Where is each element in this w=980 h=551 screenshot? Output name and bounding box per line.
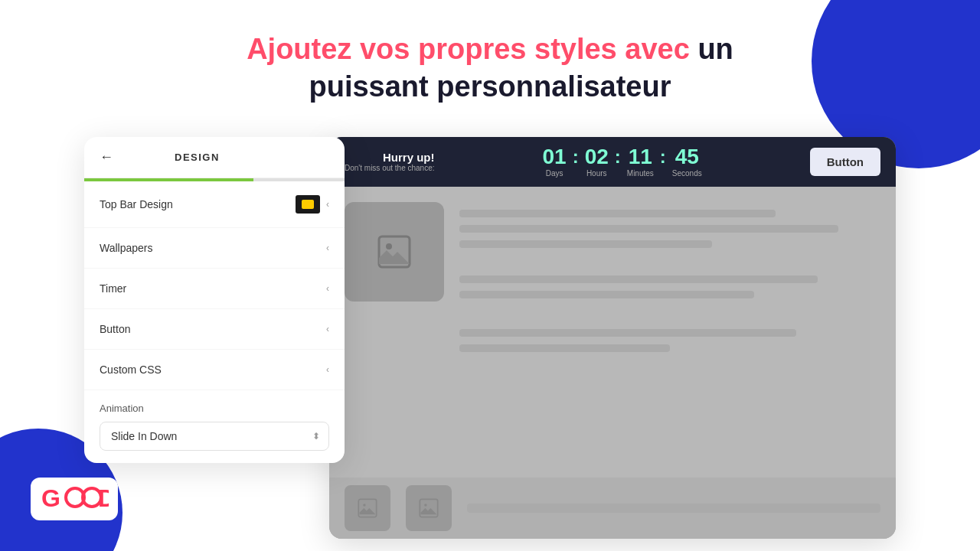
chevron-right-icon: ‹	[326, 243, 329, 253]
design-panel: ← DESIGN Top Bar Design ‹ Wallpapers	[84, 137, 345, 463]
main-container: Ajoutez vos propres styles avec un puiss…	[0, 0, 980, 539]
design-item-label: Wallpapers	[100, 242, 153, 254]
design-item-label: Top Bar Design	[100, 198, 173, 210]
hurry-text: Hurry up! Don't miss out the chance:	[345, 151, 435, 172]
design-item-top-bar[interactable]: Top Bar Design ‹	[84, 181, 345, 228]
svg-text:D: D	[98, 484, 109, 512]
content-area: ← DESIGN Top Bar Design ‹ Wallpapers	[84, 137, 896, 539]
hurry-title: Hurry up!	[383, 151, 435, 164]
animation-select[interactable]: Slide In Down Slide In Up Fade In None	[100, 422, 329, 451]
preview-thumb-2	[406, 485, 452, 531]
countdown-minutes: 11 Minutes	[627, 146, 654, 178]
logo-svg: G D	[40, 482, 109, 513]
svg-point-5	[424, 504, 427, 507]
title-highlight: Ajoutez vos propres styles avec	[247, 33, 690, 65]
text-line-6	[459, 329, 796, 337]
separator-3: :	[660, 146, 666, 168]
svg-rect-4	[420, 499, 437, 517]
preview-thumb-1	[345, 485, 390, 531]
panel-title: DESIGN	[175, 152, 220, 163]
text-line-4	[459, 276, 818, 283]
thumb-inner	[302, 200, 314, 209]
countdown-hours: 02 Hours	[585, 146, 609, 178]
days-label: Days	[546, 169, 564, 178]
preview-content	[329, 187, 896, 478]
seconds-label: Seconds	[672, 169, 702, 178]
bottom-line	[467, 504, 880, 513]
days-value: 01	[542, 146, 566, 168]
hours-value: 02	[585, 146, 609, 168]
chevron-right-icon: ‹	[326, 199, 329, 210]
design-item-wallpapers[interactable]: Wallpapers ‹	[84, 228, 345, 269]
design-item-button[interactable]: Button ‹	[84, 309, 345, 350]
separator-2: :	[615, 146, 621, 168]
chevron-right-icon: ‹	[326, 283, 329, 294]
preview-panel: Hurry up! Don't miss out the chance: 01 …	[329, 137, 896, 539]
countdown-button[interactable]: Button	[810, 148, 880, 176]
countdown-numbers: 01 Days : 02 Hours : 11 Minutes :	[542, 146, 701, 178]
svg-text:G: G	[41, 484, 60, 512]
spacer2	[459, 306, 880, 321]
text-line-1	[459, 210, 776, 217]
logo: G D	[31, 478, 118, 520]
page-title: Ajoutez vos propres styles avec un puiss…	[184, 31, 796, 106]
separator-1: :	[573, 146, 579, 168]
preview-bottom	[329, 478, 896, 539]
minutes-label: Minutes	[627, 169, 654, 178]
animation-label: Animation	[100, 403, 329, 414]
design-item-label: Button	[100, 323, 130, 335]
design-panel-header: ← DESIGN	[84, 137, 345, 178]
spacer	[459, 256, 880, 268]
countdown-days: 01 Days	[542, 146, 566, 178]
logo-container: G D	[31, 478, 118, 520]
design-item-right: ‹	[296, 195, 329, 214]
image-placeholder	[345, 202, 444, 302]
countdown-bar: Hurry up! Don't miss out the chance: 01 …	[329, 137, 896, 187]
design-item-timer[interactable]: Timer ‹	[84, 269, 345, 309]
design-item-custom-css[interactable]: Custom CSS ‹	[84, 350, 345, 390]
text-line-3	[459, 240, 712, 248]
design-item-label: Timer	[100, 282, 126, 295]
design-item-thumb	[296, 195, 320, 214]
chevron-right-icon: ‹	[326, 324, 329, 334]
hours-label: Hours	[586, 169, 607, 178]
svg-rect-2	[358, 499, 376, 517]
svg-point-3	[363, 504, 366, 507]
minutes-value: 11	[629, 146, 652, 168]
text-line-2	[459, 225, 838, 233]
text-line-7	[459, 344, 670, 352]
back-button[interactable]: ←	[100, 149, 113, 165]
text-line-5	[459, 291, 754, 298]
chevron-right-icon: ‹	[326, 364, 329, 375]
text-placeholders	[459, 202, 880, 462]
countdown-seconds: 45 Seconds	[672, 146, 702, 178]
design-item-label: Custom CSS	[100, 364, 162, 376]
animation-select-wrapper[interactable]: Slide In Down Slide In Up Fade In None ⬍	[100, 422, 329, 451]
seconds-value: 45	[675, 146, 699, 168]
hurry-subtitle: Don't miss out the chance:	[345, 164, 435, 172]
animation-section: Animation Slide In Down Slide In Up Fade…	[84, 390, 345, 463]
svg-point-1	[386, 243, 392, 249]
progress-bar-fill	[84, 178, 253, 181]
